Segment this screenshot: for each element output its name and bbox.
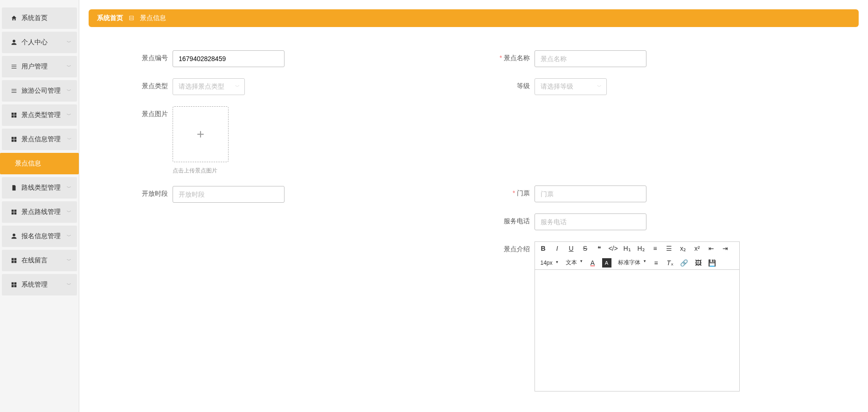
list-icon (10, 63, 18, 70)
breadcrumb-current: 景点信息 (140, 14, 166, 21)
spot-name-label: *景点名称 (497, 50, 535, 62)
sidebar-item-label: 系统首页 (21, 14, 48, 22)
indent-left-icon[interactable]: ⇤ (707, 244, 716, 253)
quote-icon[interactable]: ❝ (595, 244, 604, 253)
sidebar-item-message[interactable]: 在线留言 ﹀ (2, 250, 77, 271)
sidebar-item-label: 景点信息 (15, 159, 41, 168)
sidebar-item-label: 路线类型管理 (21, 184, 61, 192)
sidebar-item-label: 报名信息管理 (21, 232, 61, 240)
home-icon (10, 14, 18, 22)
sidebar-item-home[interactable]: 系统首页 (2, 7, 77, 29)
image-upload-box[interactable]: + (173, 106, 229, 162)
save-icon[interactable]: 💾 (708, 258, 717, 268)
spot-type-select[interactable]: 请选择景点类型 ﹀ (173, 78, 245, 95)
sidebar-item-personal[interactable]: 个人中心 ﹀ (2, 32, 77, 53)
underline-icon[interactable]: U (567, 244, 576, 253)
sidebar-item-label: 景点信息管理 (21, 135, 61, 144)
sidebar-item-user-mgmt[interactable]: 用户管理 ﹀ (2, 56, 77, 77)
sidebar-item-label: 在线留言 (21, 256, 48, 265)
doc-icon (10, 184, 18, 192)
chevron-down-icon: ﹀ (67, 282, 71, 288)
upload-hint: 点击上传景点图片 (173, 167, 451, 175)
user-icon (10, 233, 18, 240)
sidebar-item-spot-info-mgmt[interactable]: 景点信息管理 ︿ (2, 129, 77, 150)
level-select[interactable]: 请选择等级 ﹀ (535, 78, 607, 95)
chevron-down-icon: ﹀ (597, 83, 602, 90)
indent-right-icon[interactable]: ⇥ (721, 244, 730, 253)
sidebar-item-company-mgmt[interactable]: 旅游公司管理 ﹀ (2, 80, 77, 102)
user-icon (10, 39, 18, 46)
sidebar-item-label: 用户管理 (21, 62, 48, 71)
breadcrumb-home[interactable]: 系统首页 (97, 14, 123, 21)
sidebar-item-label: 个人中心 (21, 38, 48, 47)
h2-icon[interactable]: H₂ (637, 244, 646, 253)
code-icon[interactable]: </> (609, 244, 618, 253)
main-content: 系统首页 ⊟ 景点信息 景点编号 景点类型 (79, 0, 868, 412)
spot-image-label: 景点图片 (135, 106, 173, 118)
sidebar-item-label: 旅游公司管理 (21, 87, 61, 95)
level-placeholder: 请选择等级 (541, 82, 573, 91)
sidebar-item-label: 景点路线管理 (21, 208, 61, 216)
font-family-select[interactable]: 标准字体 (616, 258, 647, 268)
subscript-icon[interactable]: x₂ (679, 244, 688, 253)
spot-type-label: 景点类型 (135, 78, 173, 90)
chevron-down-icon: ﹀ (235, 83, 240, 90)
superscript-icon[interactable]: x² (693, 244, 702, 253)
format-select[interactable]: 文本 (564, 258, 583, 268)
open-time-input[interactable] (173, 186, 285, 203)
list-icon (10, 87, 18, 95)
grid-icon (10, 136, 18, 143)
chevron-up-icon: ︿ (67, 136, 71, 143)
grid-icon (10, 281, 18, 288)
grid-icon (10, 111, 18, 119)
sidebar-item-spot-route-mgmt[interactable]: 景点路线管理 ﹀ (2, 201, 77, 223)
sidebar-item-spot-info[interactable]: 景点信息 (0, 153, 79, 174)
chevron-down-icon: ﹀ (67, 257, 71, 264)
level-label: 等级 (497, 78, 535, 90)
font-size-select[interactable]: 14px (539, 259, 559, 267)
ticket-label: *门票 (497, 185, 535, 198)
spot-id-label: 景点编号 (135, 50, 173, 62)
spot-type-placeholder: 请选择景点类型 (179, 82, 224, 91)
strike-icon[interactable]: S (581, 244, 590, 253)
grid-icon (10, 257, 18, 264)
chevron-down-icon: ﹀ (67, 209, 71, 215)
sidebar-item-system-mgmt[interactable]: 系统管理 ﹀ (2, 274, 77, 295)
sidebar: 系统首页 个人中心 ﹀ 用户管理 ﹀ 旅游公司管理 ﹀ 景点类型管理 ﹀ 景点信… (0, 0, 79, 412)
ordered-list-icon[interactable]: ≡ (651, 244, 660, 253)
breadcrumb: 系统首页 ⊟ 景点信息 (89, 9, 859, 27)
chevron-down-icon: ﹀ (67, 233, 71, 240)
h1-icon[interactable]: H₁ (623, 244, 632, 253)
align-icon[interactable]: ≡ (652, 258, 661, 268)
sidebar-item-signup-mgmt[interactable]: 报名信息管理 ﹀ (2, 226, 77, 247)
phone-label: 服务电话 (497, 213, 535, 226)
sidebar-item-route-type-mgmt[interactable]: 路线类型管理 ﹀ (2, 177, 77, 199)
sidebar-item-label: 景点类型管理 (21, 111, 61, 119)
chevron-down-icon: ﹀ (67, 112, 71, 118)
clear-format-icon[interactable]: Tₓ (666, 258, 675, 268)
italic-icon[interactable]: I (553, 244, 562, 253)
grid-icon (10, 208, 18, 216)
sidebar-item-label: 系统管理 (21, 281, 48, 289)
image-icon[interactable]: 🖼 (694, 258, 703, 268)
editor-body[interactable] (535, 270, 739, 391)
unordered-list-icon[interactable]: ☰ (665, 244, 674, 253)
rich-text-editor: B I U S ❝ </> H₁ H₂ ≡ ☰ (535, 241, 740, 391)
chevron-down-icon: ﹀ (67, 39, 71, 46)
chevron-down-icon: ﹀ (67, 88, 71, 94)
plus-icon: + (197, 127, 204, 142)
spot-id-input[interactable] (173, 50, 285, 67)
chevron-down-icon: ﹀ (67, 185, 71, 191)
link-icon[interactable]: 🔗 (680, 258, 689, 268)
bg-color-icon[interactable]: A (602, 258, 611, 268)
intro-label: 景点介绍 (497, 241, 535, 254)
bold-icon[interactable]: B (539, 244, 548, 253)
phone-input[interactable] (535, 213, 646, 230)
editor-toolbar: B I U S ❝ </> H₁ H₂ ≡ ☰ (535, 242, 739, 270)
sidebar-item-spot-type-mgmt[interactable]: 景点类型管理 ﹀ (2, 104, 77, 126)
breadcrumb-sep: ⊟ (129, 14, 134, 21)
spot-name-input[interactable] (535, 50, 646, 67)
open-time-label: 开放时段 (135, 186, 173, 198)
ticket-input[interactable] (535, 185, 646, 202)
font-color-icon[interactable]: A (588, 258, 597, 268)
